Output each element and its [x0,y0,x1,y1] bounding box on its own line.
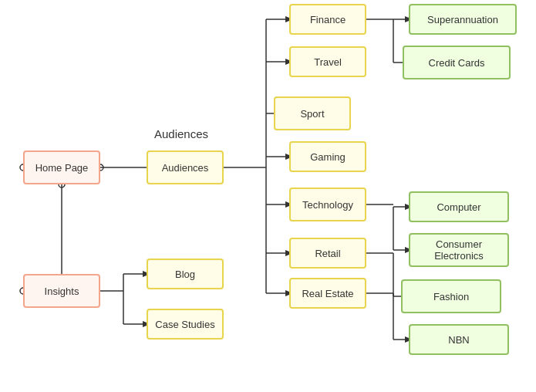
realestate-node[interactable]: Real Estate [289,278,366,309]
superannuation-node[interactable]: Superannuation [409,4,517,35]
technology-node[interactable]: Technology [289,188,366,221]
nbn-node[interactable]: NBN [409,324,509,355]
retail-node[interactable]: Retail [289,238,366,269]
insights-node[interactable]: Insights [23,274,100,308]
fashion-node[interactable]: Fashion [401,279,501,313]
blog-node[interactable]: Blog [147,259,224,289]
homepage-node[interactable]: Home Page [23,150,100,184]
travel-node[interactable]: Travel [289,46,366,77]
consumerelectronics-node[interactable]: Consumer Electronics [409,233,509,267]
computer-node[interactable]: Computer [409,191,509,222]
casestudies-node[interactable]: Case Studies [147,309,224,340]
audiences-heading-label: Audiences [154,127,208,140]
diagram: Audiences Home Page Audiences Insights B… [0,0,536,392]
finance-node[interactable]: Finance [289,4,366,35]
sport-node[interactable]: Sport [274,96,351,130]
creditcards-node[interactable]: Credit Cards [403,46,511,79]
gaming-node[interactable]: Gaming [289,141,366,172]
audiences-node[interactable]: Audiences [147,150,224,184]
